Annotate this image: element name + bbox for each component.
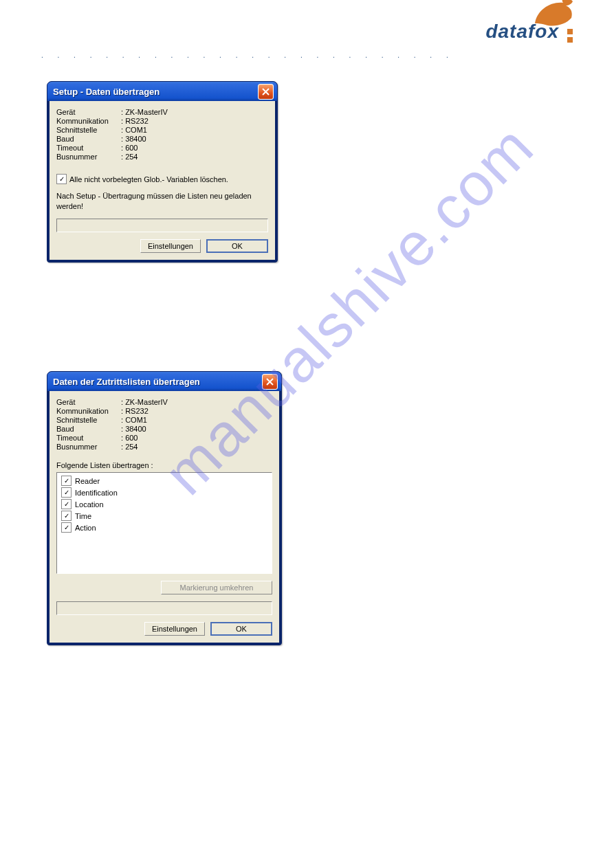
close-button[interactable] — [258, 84, 274, 100]
list-item[interactable]: ✓Reader — [60, 475, 269, 487]
field-label: Busnummer — [56, 153, 121, 162]
ok-button[interactable]: OK — [210, 622, 272, 636]
list-item-label: Identification — [75, 489, 118, 497]
progress-bar — [56, 219, 268, 232]
window-title: Daten der Zutrittslisten übertragen — [53, 377, 200, 387]
field-label: Kommunikation — [56, 117, 121, 126]
list-item-label: Location — [75, 500, 104, 509]
header-divider-dots: . . . . . . . . . . . . . . . . . . . . … — [41, 52, 449, 59]
settings-button[interactable]: Einstellungen — [144, 622, 205, 636]
lists-caption: Folgende Listen übertragen : — [56, 461, 272, 469]
field-value: ZK-MasterIV — [125, 108, 168, 116]
ok-button[interactable]: OK — [206, 239, 268, 253]
connection-info-table: Gerät: ZK-MasterIV Kommunikation: RS232 … — [56, 108, 172, 162]
progress-bar — [56, 601, 272, 615]
field-label: Timeout — [56, 144, 121, 153]
fox-icon — [531, 0, 574, 26]
titlebar: Daten der Zutrittslisten übertragen — [47, 372, 281, 391]
field-label: Gerät — [56, 398, 121, 407]
list-checkbox[interactable]: ✓ — [61, 487, 72, 498]
list-item-label: Time — [75, 512, 91, 520]
field-value: 38400 — [125, 425, 146, 433]
list-item[interactable]: ✓Action — [60, 522, 269, 533]
setup-transfer-dialog: Setup - Daten übertragen Gerät: ZK-Maste… — [47, 81, 278, 263]
field-value: RS232 — [125, 407, 149, 415]
field-label: Gerät — [56, 108, 121, 117]
list-checkbox[interactable]: ✓ — [61, 499, 72, 509]
field-value: 38400 — [125, 135, 146, 143]
list-item[interactable]: ✓Location — [60, 498, 269, 510]
field-label: Timeout — [56, 434, 121, 443]
list-checkbox[interactable]: ✓ — [61, 522, 72, 533]
logo-colon-icon — [567, 29, 573, 43]
clear-globals-checkbox[interactable]: ✓ — [56, 174, 67, 184]
list-item[interactable]: ✓Time — [60, 510, 269, 522]
field-label: Baud — [56, 135, 121, 144]
field-label: Schnittstelle — [56, 126, 121, 135]
field-label: Kommunikation — [56, 407, 121, 416]
close-button[interactable] — [262, 374, 278, 390]
list-item[interactable]: ✓Identification — [60, 487, 269, 498]
close-icon — [266, 378, 274, 386]
titlebar: Setup - Daten übertragen — [47, 82, 277, 101]
window-title: Setup - Daten übertragen — [53, 87, 160, 97]
list-checkbox[interactable]: ✓ — [61, 476, 72, 486]
list-checkbox[interactable]: ✓ — [61, 511, 72, 521]
field-value: 254 — [125, 443, 138, 451]
field-value: RS232 — [125, 117, 149, 125]
field-value: ZK-MasterIV — [125, 398, 168, 406]
list-item-label: Reader — [75, 477, 100, 485]
field-value: COM1 — [125, 126, 147, 134]
lists-listbox[interactable]: ✓Reader ✓Identification ✓Location ✓Time … — [56, 472, 272, 574]
list-item-label: Action — [75, 524, 96, 532]
brand-logo: datafox — [485, 21, 573, 43]
clear-globals-label: Alle nicht vorbelegten Glob.- Variablen … — [69, 175, 228, 183]
invert-selection-button[interactable]: Markierung umkehren — [161, 581, 272, 594]
settings-button[interactable]: Einstellungen — [140, 239, 201, 253]
field-value: COM1 — [125, 416, 147, 424]
field-label: Baud — [56, 425, 121, 434]
field-value: 254 — [125, 153, 138, 161]
close-icon — [262, 88, 270, 96]
field-value: 600 — [125, 144, 138, 152]
field-label: Schnittstelle — [56, 416, 121, 425]
connection-info-table: Gerät: ZK-MasterIV Kommunikation: RS232 … — [56, 398, 172, 452]
reload-lists-note: Nach Setup - Übertragung müssen die List… — [56, 191, 268, 212]
field-label: Busnummer — [56, 443, 121, 452]
access-lists-transfer-dialog: Daten der Zutrittslisten übertragen Gerä… — [47, 371, 282, 645]
field-value: 600 — [125, 434, 138, 442]
